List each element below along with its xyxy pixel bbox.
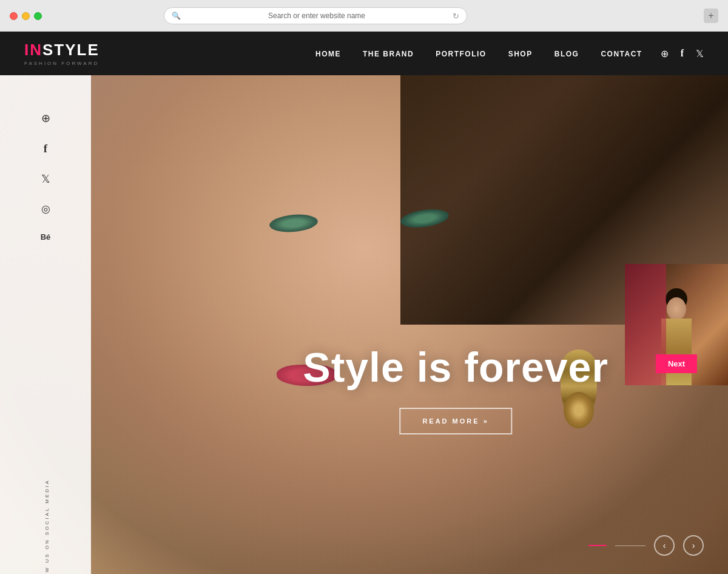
logo-tagline: FASHION FORWARD xyxy=(24,61,99,66)
nav-item-blog[interactable]: BLOG xyxy=(554,48,579,59)
close-button[interactable] xyxy=(10,12,18,20)
nav-item-home[interactable]: HOME xyxy=(315,48,341,59)
logo-style: STYLE xyxy=(42,41,99,59)
new-tab-button[interactable]: + xyxy=(704,8,718,23)
traffic-lights xyxy=(10,12,42,20)
nav-link-contact[interactable]: CONTACT xyxy=(601,50,642,58)
left-sidebar: ⊕ f 𝕏 ◎ Bé FOLLOW US ON SOCIAL MEDIA xyxy=(0,75,91,574)
logo: INSTYLE FASHION FORWARD xyxy=(24,41,99,66)
slider-indicator-active xyxy=(588,545,607,546)
nav-pinterest-icon[interactable]: ⊕ xyxy=(661,48,669,59)
nav-item-the-brand[interactable]: THE BRAND xyxy=(363,48,414,59)
address-text: Search or enter website name xyxy=(186,12,448,20)
sidebar-dribbble-icon[interactable]: ◎ xyxy=(41,203,50,215)
slider-controls: ‹ › xyxy=(588,535,704,556)
nav-links: HOME THE BRAND PORTFOLIO SHOP BLOG CONTA… xyxy=(315,48,642,59)
slider-prev-button[interactable]: ‹ xyxy=(654,535,675,556)
navbar: INSTYLE FASHION FORWARD HOME THE BRAND P… xyxy=(0,32,728,75)
maximize-button[interactable] xyxy=(34,12,42,20)
sidebar-behance-icon[interactable]: Bé xyxy=(41,232,51,241)
nav-link-shop[interactable]: SHOP xyxy=(508,50,533,58)
follow-label: FOLLOW US ON SOCIAL MEDIA xyxy=(44,479,50,574)
browser-chrome: 🔍 Search or enter website name ↻ + xyxy=(0,0,728,32)
logo-text: INSTYLE xyxy=(24,41,99,59)
slider-prev-icon: ‹ xyxy=(663,541,666,550)
nav-item-contact[interactable]: CONTACT xyxy=(601,48,642,59)
nav-item-portfolio[interactable]: PORTFOLIO xyxy=(436,48,487,59)
hero-content: Style is forever READ MORE » xyxy=(303,343,608,434)
hero-section: ⊕ f 𝕏 ◎ Bé FOLLOW US ON SOCIAL MEDIA Sty… xyxy=(0,75,728,574)
nav-link-portfolio[interactable]: PORTFOLIO xyxy=(436,50,487,58)
nav-twitter-icon[interactable]: 𝕏 xyxy=(696,48,704,59)
sidebar-twitter-icon[interactable]: 𝕏 xyxy=(41,172,50,186)
nav-social: ⊕ f 𝕏 xyxy=(661,48,704,59)
next-button[interactable]: Next xyxy=(656,354,697,373)
slider-next-button[interactable]: › xyxy=(683,535,704,556)
reload-icon[interactable]: ↻ xyxy=(453,12,459,21)
hero-title: Style is forever xyxy=(303,343,608,391)
next-slide-thumbnail[interactable]: Next xyxy=(625,264,728,385)
nav-item-shop[interactable]: SHOP xyxy=(508,48,533,59)
slider-next-icon: › xyxy=(692,541,695,550)
sidebar-pinterest-icon[interactable]: ⊕ xyxy=(41,112,50,125)
sidebar-facebook-icon[interactable]: f xyxy=(44,142,47,155)
logo-in: IN xyxy=(24,41,42,59)
search-icon: 🔍 xyxy=(172,12,181,20)
website: INSTYLE FASHION FORWARD HOME THE BRAND P… xyxy=(0,32,728,574)
minimize-button[interactable] xyxy=(22,12,30,20)
address-bar[interactable]: 🔍 Search or enter website name ↻ xyxy=(164,7,467,24)
slider-indicator-inactive xyxy=(615,545,645,546)
nav-facebook-icon[interactable]: f xyxy=(681,48,684,59)
read-more-button[interactable]: READ MORE » xyxy=(399,408,511,434)
nav-link-blog[interactable]: BLOG xyxy=(554,50,579,58)
thumbnail-face xyxy=(667,297,686,320)
nav-link-the-brand[interactable]: THE BRAND xyxy=(363,50,414,58)
nav-link-home[interactable]: HOME xyxy=(315,50,341,58)
